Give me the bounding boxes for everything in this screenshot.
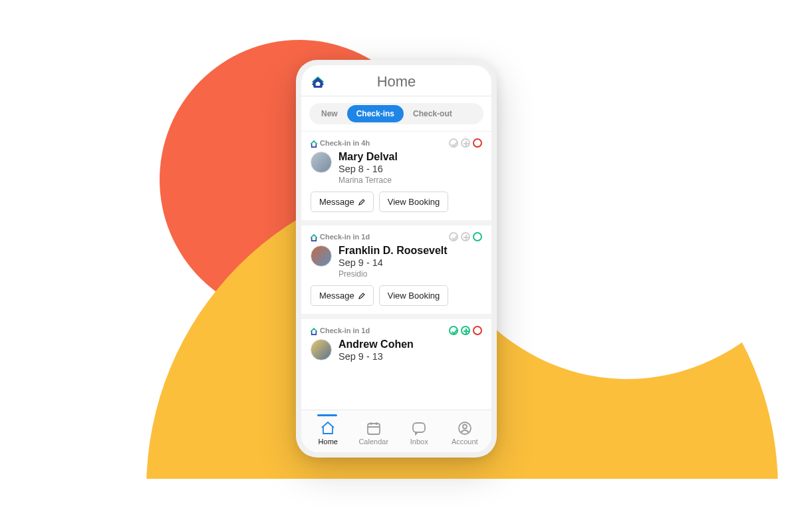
account-icon [457, 420, 473, 436]
guest-name: Andrew Cohen [338, 338, 414, 350]
booking-card: Check-in in 4h Mary Delval Sep 8 - 16 Ma… [301, 131, 491, 220]
screen: Home New Check-ins Check-out Check-in in… [301, 65, 491, 452]
app-logo-icon [311, 74, 325, 89]
bg-cut [0, 479, 798, 532]
bottom-nav: Home Calendar Inbox Account [301, 410, 491, 452]
nav-calendar[interactable]: Calendar [354, 418, 394, 446]
checkin-status: Check-in in 4h [320, 139, 370, 147]
page-title: Home [377, 73, 416, 90]
house-icon [311, 327, 317, 334]
message-button[interactable]: Message [311, 192, 374, 212]
guest-name: Franklin D. Roosevelt [338, 244, 448, 257]
status-check-icon [449, 138, 458, 148]
status-icons [449, 138, 482, 148]
inbox-icon [411, 420, 427, 436]
status-check-icon [449, 326, 458, 335]
svg-point-3 [463, 424, 467, 428]
tab-checkouts[interactable]: Check-out [404, 105, 462, 122]
guest-avatar [311, 245, 332, 267]
guest-dates: Sep 8 - 16 [338, 163, 398, 175]
guest-dates: Sep 9 - 14 [338, 257, 448, 269]
house-icon [311, 139, 317, 147]
guest-avatar [311, 339, 332, 360]
view-booking-button[interactable]: View Booking [379, 192, 449, 212]
header: Home [301, 65, 491, 96]
status-ring-icon [473, 232, 482, 241]
status-plus-icon [461, 232, 470, 241]
nav-label: Home [319, 438, 338, 446]
checkin-status: Check-in in 1d [320, 327, 370, 334]
booking-card: Check-in in 1d Andrew Cohen Sep 9 - 13 [301, 314, 491, 370]
checkin-status: Check-in in 1d [320, 233, 370, 241]
pencil-icon [358, 199, 365, 205]
nav-account[interactable]: Account [445, 418, 485, 446]
nav-label: Account [452, 438, 478, 446]
nav-inbox[interactable]: Inbox [399, 418, 439, 446]
booking-card: Check-in in 1d Franklin D. Roosevelt Sep… [301, 220, 491, 314]
status-check-icon [449, 232, 458, 241]
nav-label: Calendar [358, 438, 388, 446]
status-plus-icon [461, 138, 470, 148]
pencil-icon [358, 293, 365, 299]
guest-property: Presidio [338, 269, 448, 280]
tab-checkins[interactable]: Check-ins [347, 105, 404, 122]
guest-avatar [311, 152, 332, 173]
status-ring-icon [473, 326, 482, 335]
message-label: Message [319, 197, 354, 207]
nav-home[interactable]: Home [308, 418, 348, 446]
filter-tabs: New Check-ins Check-out [301, 96, 491, 131]
tab-new[interactable]: New [312, 105, 347, 122]
phone-frame: Home New Check-ins Check-out Check-in in… [296, 60, 497, 458]
svg-rect-0 [368, 424, 380, 434]
status-icons [449, 232, 482, 241]
view-booking-button[interactable]: View Booking [379, 285, 449, 306]
status-ring-icon [473, 138, 482, 148]
message-button[interactable]: Message [311, 285, 374, 306]
house-icon [311, 233, 317, 241]
guest-property: Marina Terrace [338, 175, 398, 186]
status-icons [449, 326, 482, 335]
nav-label: Inbox [410, 438, 428, 446]
calendar-icon [366, 420, 382, 436]
home-icon [320, 420, 336, 436]
status-plus-icon [461, 326, 470, 335]
guest-dates: Sep 9 - 13 [338, 350, 414, 362]
guest-name: Mary Delval [338, 150, 398, 163]
message-label: Message [319, 291, 354, 301]
bookings-list: Check-in in 4h Mary Delval Sep 8 - 16 Ma… [301, 131, 491, 410]
